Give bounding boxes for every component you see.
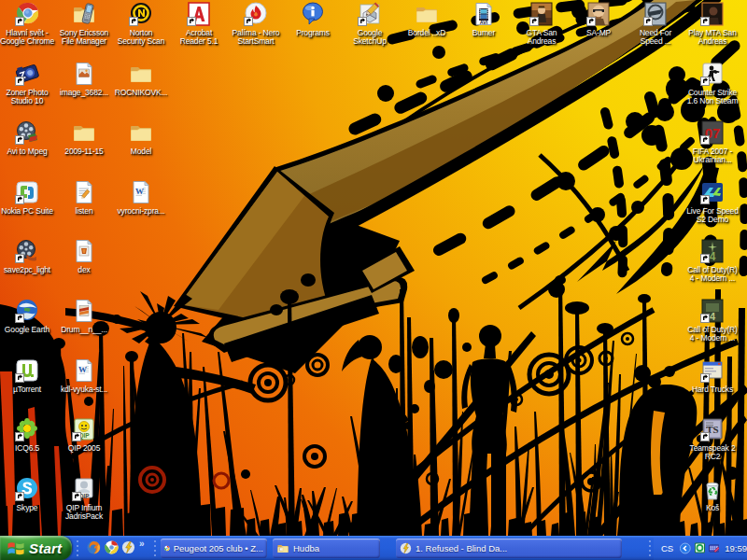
svg-text:4: 4 xyxy=(710,311,716,322)
svg-text:4: 4 xyxy=(710,250,716,263)
svg-text:W: W xyxy=(78,365,87,374)
svg-text:W: W xyxy=(135,187,144,196)
svg-text:AVI: AVI xyxy=(480,20,488,25)
